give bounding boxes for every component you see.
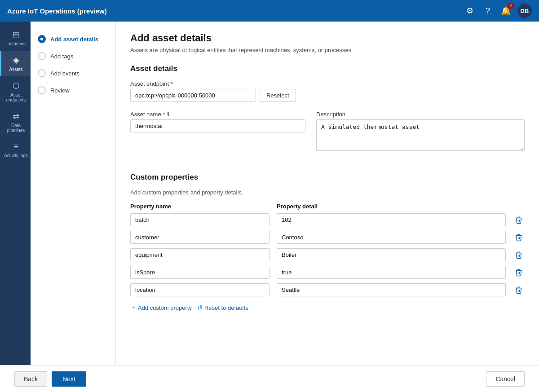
prop-row	[130, 266, 525, 279]
step-circle-1	[38, 35, 46, 43]
delete-prop-button-4[interactable]	[513, 284, 525, 296]
step-label-4: Review	[50, 87, 70, 94]
asset-name-description-row: Asset name * ℹ Description A simulated t…	[130, 111, 525, 151]
notification-badge: 2	[508, 3, 514, 9]
asset-name-group: Asset name * ℹ	[130, 111, 305, 151]
description-group: Description A simulated thermostat asset	[316, 111, 525, 151]
step-label-2: Add tags	[50, 53, 73, 60]
prop-name-input-2[interactable]	[130, 248, 270, 261]
sidebar-item-assets[interactable]: ◈ Assets	[0, 51, 31, 76]
reset-icon: ↺	[197, 304, 203, 311]
asset-endpoints-icon: ⬡	[13, 81, 20, 91]
step-label-3: Add events	[50, 70, 80, 77]
main-content: Add asset details Assets are physical or…	[116, 22, 539, 365]
prop-detail-input-0[interactable]	[277, 213, 506, 226]
asset-details-section-title: Asset details	[130, 64, 525, 73]
sidebar-item-activity-logs[interactable]: ≡ Activity logs	[0, 137, 31, 163]
add-custom-property-button[interactable]: ＋ Add custom property	[130, 301, 192, 314]
sidebar-item-data-pipelines[interactable]: ⇌ Data pipelines	[0, 107, 31, 137]
activity-logs-icon: ≡	[13, 142, 18, 151]
assets-icon: ◈	[13, 55, 19, 65]
sidebar: ⊞ Instances ◈ Assets ⬡ Asset endpoints ⇌…	[0, 22, 31, 365]
step-add-tags[interactable]: Add tags	[38, 48, 108, 65]
prop-row	[130, 213, 525, 226]
help-icon[interactable]: ?	[482, 4, 494, 17]
asset-name-info-icon[interactable]: ℹ	[167, 111, 169, 118]
topbar: Azure IoT Operations (preview) ⚙ ? 🔔 2 D…	[0, 0, 539, 22]
prop-detail-input-4[interactable]	[277, 283, 506, 296]
bottom-bar: Back Next Cancel	[0, 365, 539, 392]
prop-table-headers: Property name Property detail	[130, 203, 525, 210]
data-pipelines-icon: ⇌	[13, 111, 19, 121]
required-marker: *	[171, 80, 173, 87]
cancel-button[interactable]: Cancel	[486, 371, 525, 387]
main-layout: ⊞ Instances ◈ Assets ⬡ Asset endpoints ⇌…	[0, 22, 539, 365]
prop-detail-input-2[interactable]	[277, 248, 506, 261]
asset-endpoint-input[interactable]	[130, 89, 256, 102]
prop-name-input-3[interactable]	[130, 266, 270, 279]
prop-name-input-0[interactable]	[130, 213, 270, 226]
prop-name-input-1[interactable]	[130, 231, 270, 244]
page-subtitle: Assets are physical or logical entities …	[130, 47, 525, 53]
next-button[interactable]: Next	[52, 371, 86, 387]
wizard-steps: Add asset details Add tags Add events Re…	[31, 22, 116, 365]
property-name-header: Property name	[130, 203, 270, 210]
endpoint-row: Reselect	[130, 89, 525, 102]
step-add-asset-details[interactable]: Add asset details	[38, 31, 108, 48]
description-label: Description	[316, 111, 525, 118]
step-add-events[interactable]: Add events	[38, 65, 108, 82]
custom-properties-list	[130, 213, 525, 296]
section-divider	[130, 162, 525, 162]
step-circle-2	[38, 52, 46, 60]
description-textarea[interactable]: A simulated thermostat asset	[316, 119, 525, 151]
asset-endpoint-label: Asset endpoint *	[130, 80, 525, 87]
topbar-icons: ⚙ ? 🔔 2 DB	[464, 4, 532, 18]
bottom-left-actions: Back Next	[14, 371, 86, 387]
asset-endpoint-group: Asset endpoint * Reselect	[130, 80, 525, 102]
sidebar-item-asset-endpoints[interactable]: ⬡ Asset endpoints	[0, 76, 31, 107]
prop-row	[130, 283, 525, 296]
delete-prop-button-0[interactable]	[513, 214, 525, 226]
asset-name-label: Asset name * ℹ	[130, 111, 305, 118]
asset-name-input[interactable]	[130, 119, 305, 132]
step-circle-4	[38, 86, 46, 94]
app-title: Azure IoT Operations (preview)	[7, 7, 107, 15]
step-circle-3	[38, 69, 46, 77]
sidebar-label-activity: Activity logs	[4, 153, 28, 158]
delete-prop-button-3[interactable]	[513, 267, 525, 278]
sidebar-label-pipelines: Data pipelines	[3, 123, 29, 133]
page-title: Add asset details	[130, 32, 525, 44]
asset-name-required: *	[163, 111, 165, 118]
prop-row	[130, 231, 525, 244]
reset-defaults-button[interactable]: ↺ Reset to defaults	[192, 301, 254, 314]
prop-name-input-4[interactable]	[130, 283, 270, 296]
custom-properties-subtitle: Add custom properties and property detai…	[130, 189, 525, 196]
step-review[interactable]: Review	[38, 82, 108, 99]
plus-icon: ＋	[130, 304, 136, 312]
instances-icon: ⊞	[13, 30, 19, 40]
reselect-button[interactable]: Reselect	[260, 89, 296, 102]
back-button[interactable]: Back	[14, 371, 47, 387]
delete-prop-button-1[interactable]	[513, 232, 525, 243]
sidebar-label-instances: Instances	[6, 41, 26, 46]
user-avatar[interactable]: DB	[517, 4, 532, 18]
custom-property-actions: ＋ Add custom property ↺ Reset to default…	[130, 301, 525, 314]
property-detail-header: Property detail	[277, 203, 525, 210]
settings-icon[interactable]: ⚙	[464, 4, 476, 17]
sidebar-item-instances[interactable]: ⊞ Instances	[0, 25, 31, 51]
custom-properties-title: Custom properties	[130, 173, 525, 182]
delete-prop-button-2[interactable]	[513, 249, 525, 261]
step-label-1: Add asset details	[50, 36, 98, 43]
prop-detail-input-1[interactable]	[277, 231, 506, 244]
prop-row	[130, 248, 525, 261]
sidebar-label-endpoints: Asset endpoints	[3, 92, 29, 102]
sidebar-label-assets: Assets	[9, 67, 22, 72]
prop-detail-input-3[interactable]	[277, 266, 506, 279]
notifications-icon[interactable]: 🔔 2	[499, 4, 512, 17]
